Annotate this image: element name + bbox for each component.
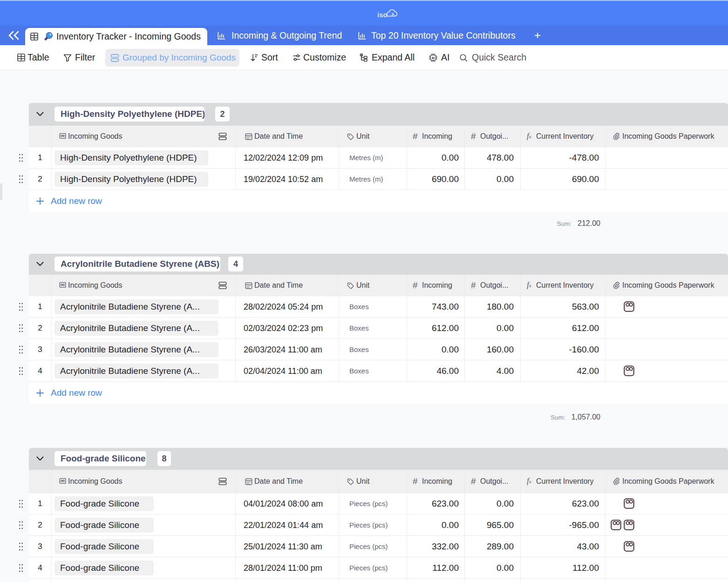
svg-text:iso: iso	[377, 11, 388, 19]
svg-text:AI: AI	[432, 56, 435, 60]
